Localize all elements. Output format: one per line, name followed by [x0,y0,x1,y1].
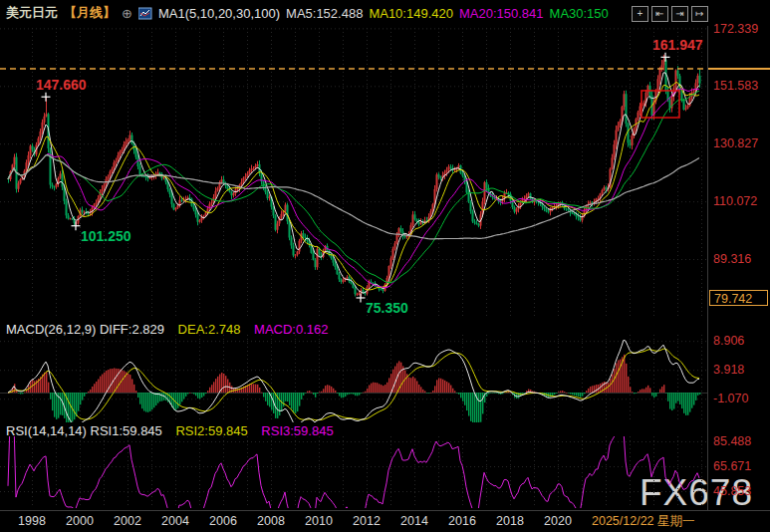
macd-axis-label: -1.070 [713,392,748,405]
year-label: 2018 [496,514,524,528]
boxed-price-label: 79.742 [714,292,752,306]
extreme-price-label: 147.660 [36,77,87,93]
chart-application: 美元日元 【月线】 ⊕ MA1(5,10,20,30,100) MA5:152.… [0,0,770,532]
year-label: 2006 [209,514,237,528]
year-label: 2012 [353,514,381,528]
year-label: 1998 [18,514,46,528]
extreme-price-label: 75.350 [366,300,408,316]
price-axis-label: 89.316 [713,252,751,266]
year-label: 2020 [544,514,572,528]
price-axis-label: 110.072 [713,194,757,208]
year-label: 2016 [448,514,476,528]
extreme-price-label: 161.947 [652,37,703,53]
rsi-axis-label: 65.671 [713,459,751,473]
rsi-axis-label: 85.488 [713,434,751,448]
rsi-axis-label: 45.853 [713,484,751,498]
year-label: 2004 [161,514,189,528]
price-axis-label: 151.583 [713,79,758,93]
current-date-label: 2025/12/22 星期一 [592,514,695,528]
macd-axis-label: 3.918 [713,363,744,377]
year-label: 2000 [66,514,94,528]
price-axis-label: 172.339 [713,22,758,36]
year-label: 2008 [257,514,285,528]
year-label: 2002 [114,514,141,528]
price-axis-label: 130.827 [713,136,758,150]
extreme-price-label: 101.250 [81,228,131,244]
macd-axis-label: 8.906 [713,334,744,348]
chart-canvas[interactable]: 147.660101.25075.350161.947 172.339 151.… [0,0,770,532]
year-label: 2014 [400,514,428,528]
year-label: 2010 [305,514,333,528]
